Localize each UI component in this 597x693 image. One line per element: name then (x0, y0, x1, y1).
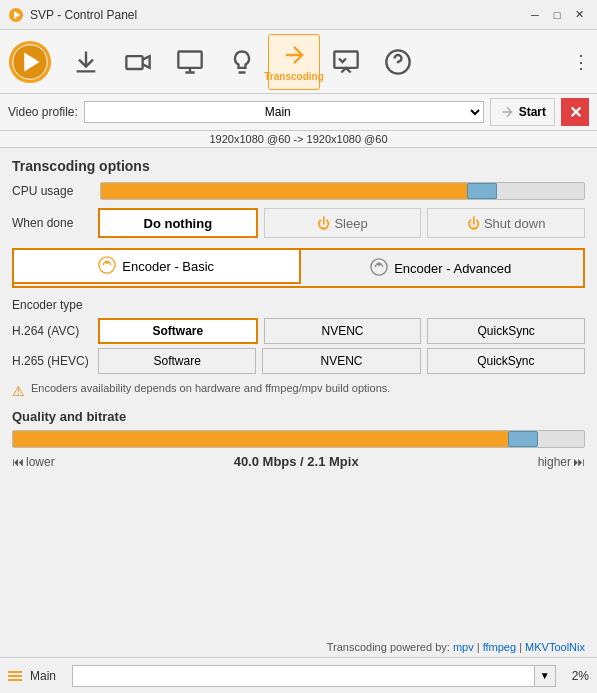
encoder-type-section: Encoder type H.264 (AVC) Software NVENC … (12, 298, 585, 374)
window-title: SVP - Control Panel (30, 8, 525, 22)
quality-slider-thumb (508, 431, 538, 447)
encoder-advanced-label: Encoder - Advanced (394, 261, 511, 276)
video-profile-row: Video profile: Main Start ✕ (0, 94, 597, 131)
title-bar-controls: ─ □ ✕ (525, 5, 589, 25)
svg-point-11 (371, 258, 387, 274)
warning-icon: ⚠ (12, 383, 25, 399)
h265-row: H.265 (HEVC) Software NVENC QuickSync (12, 348, 585, 374)
mkvtoolnix-link[interactable]: MKVToolNix (525, 641, 585, 653)
status-percent: 2% (572, 669, 589, 683)
sleep-button[interactable]: ⏻ Sleep (264, 208, 422, 238)
close-profile-button[interactable]: ✕ (561, 98, 589, 126)
shutdown-icon: ⏻ (467, 216, 480, 231)
bitrate-display: 40.0 Mbps / 2.1 Mpix (234, 454, 359, 469)
encoder-warning-text: Encoders availability depends on hardwar… (31, 382, 390, 394)
start-button[interactable]: Start (490, 98, 555, 126)
status-input-area: ▼ (72, 665, 556, 687)
svg-rect-5 (126, 56, 142, 69)
cpu-usage-row: CPU usage (12, 182, 585, 200)
encoder-advanced-tab[interactable]: Encoder - Advanced (299, 250, 584, 286)
main-content: Transcoding options CPU usage When done … (0, 148, 597, 487)
video-profile-label: Video profile: (8, 105, 78, 119)
video-profile-select[interactable]: Main (84, 101, 484, 123)
status-dropdown-button[interactable]: ▼ (534, 665, 556, 687)
display-button[interactable] (164, 34, 216, 90)
quality-slider-track[interactable] (12, 430, 585, 448)
h264-quicksync-button[interactable]: QuickSync (427, 318, 585, 344)
svg-point-9 (99, 256, 115, 272)
download-button[interactable] (60, 34, 112, 90)
sleep-icon: ⏻ (317, 216, 330, 231)
svg-rect-6 (178, 51, 201, 67)
app-icon (8, 7, 24, 23)
mpv-link[interactable]: mpv (453, 641, 474, 653)
higher-arrow-icon: ⏭ (573, 455, 585, 469)
h265-nvenc-button[interactable]: NVENC (262, 348, 420, 374)
separator2: | (519, 641, 522, 653)
encoder-tabs: Encoder - Basic Encoder - Advanced (12, 248, 585, 288)
status-input[interactable] (72, 665, 535, 687)
encoder-basic-label: Encoder - Basic (122, 259, 214, 274)
camera-button[interactable] (112, 34, 164, 90)
quality-labels: ⏮ lower 40.0 Mbps / 2.1 Mpix higher ⏭ (12, 454, 585, 469)
encoder-warning-row: ⚠ Encoders availability depends on hardw… (12, 382, 585, 399)
quality-title: Quality and bitrate (12, 409, 585, 424)
encoder-advanced-icon (370, 258, 388, 279)
cpu-slider-thumb (467, 183, 497, 199)
higher-label: higher ⏭ (538, 455, 585, 469)
help-button[interactable] (372, 34, 424, 90)
hamburger-icon (8, 671, 22, 681)
overflow-button[interactable]: ⋮ (569, 34, 593, 90)
resolution-text: 1920x1080 @60 -> 1920x1080 @60 (210, 133, 388, 145)
cpu-slider-track[interactable] (100, 182, 585, 200)
encoder-basic-tab[interactable]: Encoder - Basic (12, 248, 301, 284)
do-nothing-button[interactable]: Do nothing (98, 208, 258, 238)
bulb-button[interactable] (216, 34, 268, 90)
svg-point-12 (377, 262, 381, 266)
title-bar: SVP - Control Panel ─ □ ✕ (0, 0, 597, 30)
cpu-usage-label: CPU usage (12, 184, 92, 198)
minimize-button[interactable]: ─ (525, 5, 545, 25)
h265-quicksync-button[interactable]: QuickSync (427, 348, 585, 374)
monitor-button[interactable] (320, 34, 372, 90)
status-bar: Main ▼ 2% (0, 657, 597, 693)
h265-label: H.265 (HEVC) (12, 354, 92, 368)
status-menu-label: Main (30, 669, 56, 683)
ffmpeg-link[interactable]: ffmpeg (483, 641, 516, 653)
encoder-basic-icon (98, 256, 116, 277)
transcoding-button[interactable]: Transcoding (268, 34, 320, 90)
when-done-label: When done (12, 216, 92, 230)
when-done-row: When done Do nothing ⏻ Sleep ⏻ Shut down (12, 208, 585, 238)
h264-software-button[interactable]: Software (98, 318, 258, 344)
resolution-info: 1920x1080 @60 -> 1920x1080 @60 (0, 131, 597, 148)
svg-point-10 (106, 260, 110, 264)
start-label: Start (519, 105, 546, 119)
app-logo (4, 36, 56, 88)
h264-label: H.264 (AVC) (12, 324, 92, 338)
footer: Transcoding powered by: mpv | ffmpeg | M… (0, 637, 597, 657)
encoder-type-title: Encoder type (12, 298, 585, 312)
maximize-button[interactable]: □ (547, 5, 567, 25)
h264-row: H.264 (AVC) Software NVENC QuickSync (12, 318, 585, 344)
lower-arrow-icon: ⏮ (12, 455, 24, 469)
lower-label: ⏮ lower (12, 455, 55, 469)
transcoding-label: Transcoding (264, 71, 323, 82)
shutdown-button[interactable]: ⏻ Shut down (427, 208, 585, 238)
h265-software-button[interactable]: Software (98, 348, 256, 374)
transcoding-options-title: Transcoding options (12, 158, 585, 174)
close-button[interactable]: ✕ (569, 5, 589, 25)
quality-section: Quality and bitrate ⏮ lower 40.0 Mbps / … (12, 409, 585, 469)
status-menu-button[interactable]: Main (8, 669, 56, 683)
separator1: | (477, 641, 480, 653)
h264-nvenc-button[interactable]: NVENC (264, 318, 422, 344)
toolbar: Transcoding ⋮ (0, 30, 597, 94)
powered-by-text: Transcoding powered by: (327, 641, 450, 653)
